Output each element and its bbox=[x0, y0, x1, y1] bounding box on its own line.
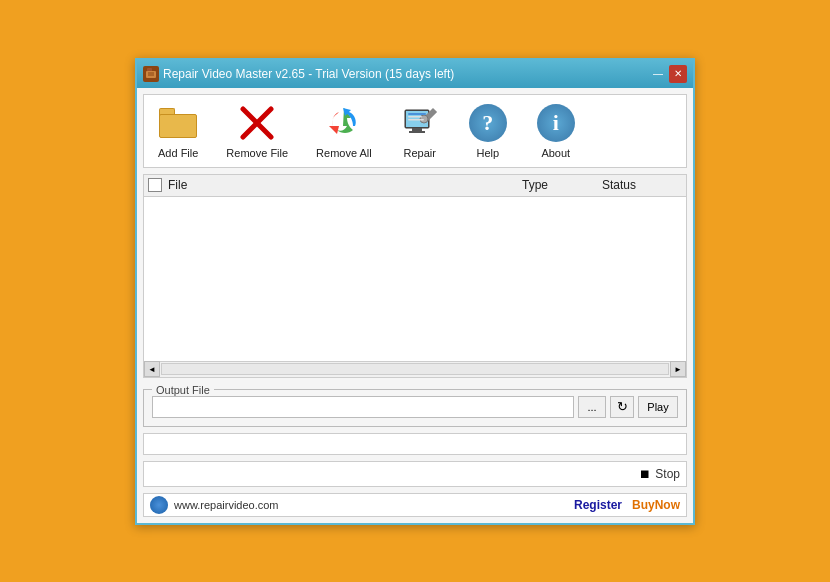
refresh-button[interactable]: ↻ bbox=[610, 396, 634, 418]
window-content: Add File Remove File bbox=[137, 88, 693, 523]
stop-button[interactable]: Stop bbox=[655, 467, 680, 481]
svg-rect-14 bbox=[408, 119, 424, 121]
output-file-section: Output File ... ↻ Play bbox=[143, 384, 687, 427]
file-list-body[interactable]: ◄ ► bbox=[144, 197, 686, 377]
status-bar-right: Register BuyNow bbox=[574, 498, 680, 512]
status-bar: www.repairvideo.com Register BuyNow bbox=[143, 493, 687, 517]
globe-icon bbox=[150, 496, 168, 514]
remove-all-label: Remove All bbox=[316, 147, 372, 159]
scroll-right-arrow[interactable]: ► bbox=[670, 361, 686, 377]
close-button[interactable]: ✕ bbox=[669, 65, 687, 83]
file-list-header: File Type Status bbox=[144, 175, 686, 197]
about-label: About bbox=[541, 147, 570, 159]
scroll-left-arrow[interactable]: ◄ bbox=[144, 361, 160, 377]
svg-rect-13 bbox=[408, 116, 422, 118]
window-title: Repair Video Master v2.65 - Trial Versio… bbox=[163, 67, 454, 81]
register-button[interactable]: Register bbox=[574, 498, 622, 512]
remove-all-icon bbox=[324, 103, 364, 143]
output-file-row: ... ↻ Play bbox=[152, 396, 678, 418]
title-bar-left: Repair Video Master v2.65 - Trial Versio… bbox=[143, 66, 454, 82]
repair-icon bbox=[400, 103, 440, 143]
output-file-legend: Output File bbox=[152, 384, 214, 396]
minimize-button[interactable]: — bbox=[649, 65, 667, 83]
remove-file-label: Remove File bbox=[226, 147, 288, 159]
title-controls: — ✕ bbox=[649, 65, 687, 83]
website-link[interactable]: www.repairvideo.com bbox=[174, 499, 279, 511]
remove-file-icon bbox=[237, 103, 277, 143]
progress-area bbox=[143, 433, 687, 455]
stop-icon: ⏹ bbox=[639, 467, 651, 481]
remove-all-button[interactable]: Remove All bbox=[312, 101, 376, 161]
app-icon bbox=[143, 66, 159, 82]
about-icon: i bbox=[536, 103, 576, 143]
repair-label: Repair bbox=[404, 147, 436, 159]
type-column-header: Type bbox=[522, 178, 602, 192]
file-list-area: File Type Status ◄ ► bbox=[143, 174, 687, 378]
svg-rect-12 bbox=[408, 113, 426, 115]
help-button[interactable]: ? Help bbox=[464, 101, 512, 161]
add-file-label: Add File bbox=[158, 147, 198, 159]
svg-rect-10 bbox=[409, 131, 425, 133]
add-file-icon bbox=[158, 103, 198, 143]
remove-file-button[interactable]: Remove File bbox=[222, 101, 292, 161]
scroll-track[interactable] bbox=[161, 363, 669, 375]
title-bar: Repair Video Master v2.65 - Trial Versio… bbox=[137, 60, 693, 88]
file-column-header: File bbox=[168, 178, 522, 192]
play-button[interactable]: Play bbox=[638, 396, 678, 418]
status-bar-left: www.repairvideo.com bbox=[150, 496, 279, 514]
repair-button[interactable]: Repair bbox=[396, 101, 444, 161]
horizontal-scrollbar[interactable]: ◄ ► bbox=[144, 361, 686, 377]
toolbar: Add File Remove File bbox=[143, 94, 687, 168]
help-icon: ? bbox=[468, 103, 508, 143]
main-window: Repair Video Master v2.65 - Trial Versio… bbox=[135, 58, 695, 525]
help-label: Help bbox=[476, 147, 499, 159]
svg-rect-9 bbox=[412, 128, 422, 131]
output-file-input[interactable] bbox=[152, 396, 574, 418]
select-all-checkbox[interactable] bbox=[148, 178, 162, 192]
status-column-header: Status bbox=[602, 178, 682, 192]
browse-button[interactable]: ... bbox=[578, 396, 606, 418]
folder-icon bbox=[159, 108, 197, 138]
stop-row: ⏹ Stop bbox=[143, 461, 687, 487]
about-button[interactable]: i About bbox=[532, 101, 580, 161]
add-file-button[interactable]: Add File bbox=[154, 101, 202, 161]
buynow-button[interactable]: BuyNow bbox=[632, 498, 680, 512]
